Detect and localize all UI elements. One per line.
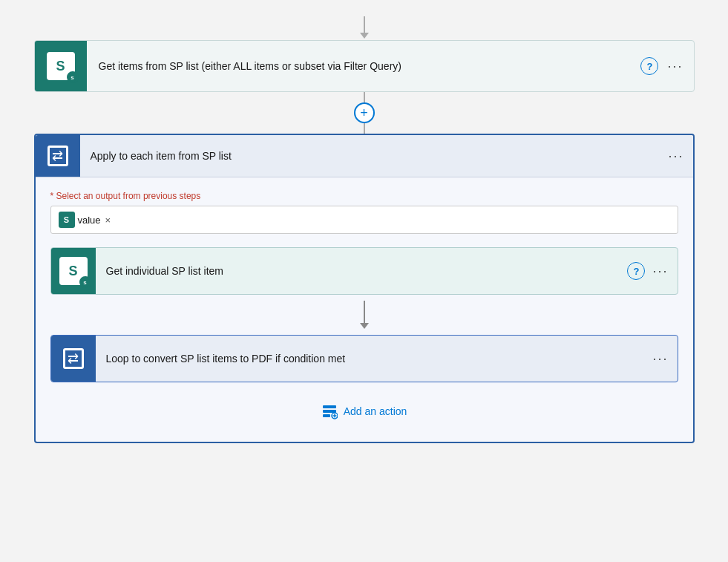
svg-rect-0: [323, 405, 336, 408]
loop-header-actions: ···: [668, 148, 692, 164]
add-step-button[interactable]: +: [354, 102, 375, 123]
inner-step-get-individual-help-button[interactable]: ?: [627, 262, 645, 280]
step-get-items-ellipsis-button[interactable]: ···: [667, 59, 683, 74]
inner-step-get-individual-actions: ? ···: [627, 262, 677, 280]
top-arrow: [360, 16, 369, 39]
value-badge: S value ×: [59, 212, 111, 228]
nested-loop-label: Loop to convert SP list items to PDF if …: [96, 353, 653, 365]
loop-apply-each: ⇄ Apply to each item from SP list ··· * …: [34, 134, 695, 443]
inner-step-get-individual: S s Get individual SP list item ? ···: [50, 247, 678, 295]
value-badge-text: value: [78, 215, 101, 226]
step-get-items-actions: ? ···: [640, 57, 693, 75]
nested-loop-arrows-icon: ⇄: [68, 350, 79, 367]
nested-loop-icon: ⇄: [51, 336, 96, 382]
loop-header: ⇄ Apply to each item from SP list ···: [36, 135, 693, 177]
add-between-step1-loop: +: [354, 92, 375, 134]
svg-rect-2: [323, 414, 330, 417]
step-get-items-icon: S s: [35, 41, 87, 91]
select-output-label: * Select an output from previous steps: [50, 191, 201, 201]
inner-step-get-individual-label: Get individual SP list item: [96, 265, 628, 277]
loop-arrows-icon: ⇄: [52, 148, 63, 164]
nested-loop-convert-pdf: ⇄ Loop to convert SP list items to PDF i…: [50, 335, 678, 382]
nested-loop-actions: ···: [652, 351, 677, 367]
value-input-row[interactable]: S value ×: [50, 206, 678, 234]
loop-header-icon: ⇄: [36, 135, 80, 177]
value-badge-icon: S: [59, 212, 75, 228]
flow-canvas: S s Get items from SP list (either ALL i…: [0, 7, 728, 451]
step-get-items: S s Get items from SP list (either ALL i…: [34, 40, 695, 92]
step-get-items-label: Get items from SP list (either ALL items…: [87, 60, 641, 72]
loop-header-label: Apply to each item from SP list: [80, 150, 669, 162]
add-action-label[interactable]: Add an action: [344, 405, 407, 417]
add-action-row[interactable]: Add an action: [321, 403, 407, 419]
inner-step-get-individual-ellipsis-button[interactable]: ···: [652, 264, 668, 279]
inner-step-get-individual-icon: S s: [51, 248, 96, 294]
loop-ellipsis-button[interactable]: ···: [668, 148, 683, 164]
loop-body: * Select an output from previous steps S…: [36, 177, 693, 442]
sp-icon-letter: S: [56, 59, 65, 74]
add-action-icon: [321, 403, 338, 419]
inner-sp-icon-letter: S: [68, 264, 77, 279]
value-badge-close-button[interactable]: ×: [105, 215, 111, 226]
inner-arrow: [360, 301, 369, 329]
step-get-items-help-button[interactable]: ?: [640, 57, 658, 75]
nested-loop-ellipsis-button[interactable]: ···: [652, 351, 668, 367]
